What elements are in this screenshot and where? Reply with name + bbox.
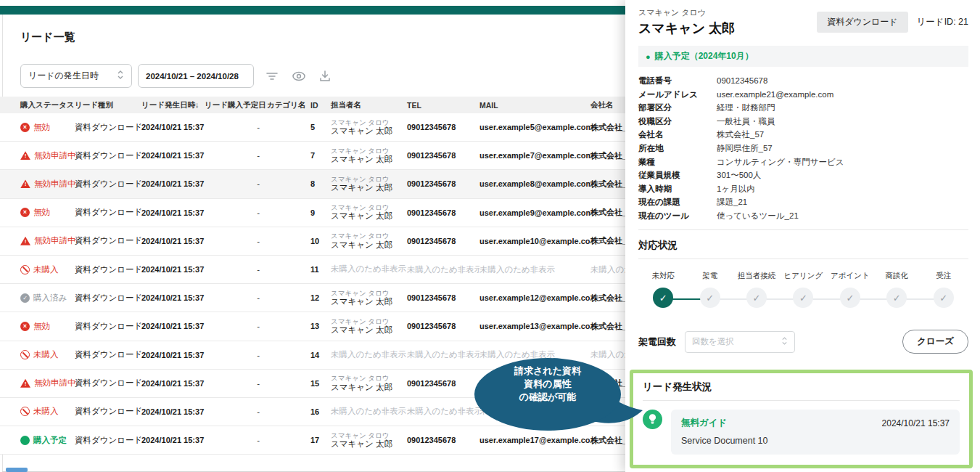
status-icon: [20, 151, 30, 160]
person-kana: スマキャン タロウ: [331, 175, 407, 183]
table-row[interactable]: 無効申請中 資料ダウンロード 2024/10/21 15:37 - 15 スマキ…: [0, 370, 625, 398]
origin-document-name: Service Document 10: [681, 436, 950, 446]
status-label: 未購入: [33, 264, 59, 275]
download-icon[interactable]: [319, 70, 331, 82]
person-name: スマキャン 太郎: [331, 240, 407, 251]
table-row[interactable]: 未購入 資料ダウンロード 2024/10/21 15:37 - 16 未購入のた…: [0, 398, 625, 426]
col-header-mail: MAIL: [479, 101, 590, 110]
cell-purchase-status: 無効: [20, 122, 75, 133]
detail-field-row: 会社名 株式会社_57: [638, 130, 968, 139]
cell-company: 株式会社_: [590, 378, 625, 388]
person-kana: スマキャン タロウ: [331, 232, 407, 240]
field-value: 使っているツール_21: [717, 211, 799, 221]
table-row[interactable]: 無効 資料ダウンロード 2024/10/21 15:37 - 5 スマキャン タ…: [0, 113, 625, 142]
person-name: 未購入のため非表示: [331, 407, 407, 417]
table-row[interactable]: 購入済み 資料ダウンロード 2024/10/21 15:37 - 12 スマキャ…: [0, 284, 625, 312]
check-icon[interactable]: [840, 288, 860, 308]
origin-guide-link[interactable]: 無料ガイド: [681, 417, 727, 429]
date-range-input[interactable]: 2024/10/21 – 2024/10/28: [138, 64, 254, 88]
horizontal-scrollbar-thumb[interactable]: [6, 468, 28, 472]
lightbulb-icon: [643, 410, 662, 432]
call-count-select[interactable]: 回数を選択: [685, 331, 795, 353]
table-row[interactable]: 無効 資料ダウンロード 2024/10/21 15:37 - 9 スマキャン タ…: [0, 199, 625, 227]
cell-purchase-status: 購入済み: [20, 293, 75, 304]
field-value: user.example21@example.com: [717, 90, 833, 99]
col-header-planned-date: リード購入予定日: [205, 100, 267, 110]
cell-created-datetime: 2024/10/21 15:37: [141, 293, 205, 302]
cell-mail: user.example5@example.com: [479, 123, 590, 131]
person-kana: スマキャン タロウ: [331, 203, 407, 211]
col-header-created-sorted[interactable]: リード発生日時↓: [141, 100, 205, 110]
lead-origin-title: リード発生状況: [643, 381, 960, 401]
cell-person: スマキャン タロウ スマキャン 太郎: [331, 232, 407, 250]
table-row[interactable]: 未購入 資料ダウンロード 2024/10/21 15:37 - 14 未購入のた…: [0, 341, 625, 370]
lead-id-label: リードID: 21: [917, 16, 968, 28]
col-header-company: 会社名: [590, 100, 625, 110]
detail-field-row: 電話番号 09012345678: [638, 76, 968, 86]
status-label: 無効申請中: [34, 179, 76, 190]
cell-tel: 09012345678: [407, 379, 479, 388]
status-icon: [20, 407, 30, 416]
cell-planned-date: -: [205, 407, 267, 416]
filter-icon[interactable]: [265, 70, 279, 82]
status-label: 購入済み: [33, 293, 67, 304]
field-label: 従業員規模: [638, 171, 717, 180]
status-icon: [20, 293, 30, 303]
status-label: 購入予定: [33, 435, 67, 446]
status-label: 無効申請中: [34, 235, 76, 246]
document-download-button[interactable]: 資料ダウンロード: [817, 12, 907, 33]
response-status-title: 対応状況: [638, 239, 968, 259]
table-row[interactable]: 未購入 資料ダウンロード 2024/10/21 15:37 - 11 未購入のた…: [0, 256, 625, 284]
stepper-step: 未対応: [640, 271, 686, 308]
stepper-step: 商談化: [873, 271, 920, 308]
table-row[interactable]: 無効 資料ダウンロード 2024/10/21 15:37 - 13 スマキャン …: [0, 312, 625, 341]
check-icon[interactable]: [746, 288, 767, 308]
check-icon[interactable]: [793, 288, 813, 308]
field-value: 経理・財務部門: [717, 103, 775, 113]
cell-mail: user.example15@example.com: [479, 379, 590, 388]
eye-icon[interactable]: [292, 70, 306, 82]
check-icon[interactable]: [700, 288, 720, 308]
cell-id: 17: [310, 436, 331, 444]
table-row[interactable]: 無効申請中 資料ダウンロード 2024/10/21 15:37 - 8 スマキャ…: [0, 170, 625, 198]
cell-tel: 09012345678: [407, 208, 479, 217]
cell-planned-date: -: [205, 179, 267, 188]
close-lead-button[interactable]: クローズ: [902, 330, 968, 354]
sort-key-select[interactable]: リードの発生日時: [20, 64, 132, 88]
check-icon[interactable]: [653, 288, 673, 308]
cell-created-datetime: 2024/10/21 15:37: [141, 151, 205, 160]
cell-planned-date: -: [205, 322, 267, 330]
person-kana: スマキャン タロウ: [331, 317, 407, 325]
table-row[interactable]: 無効申請中 資料ダウンロード 2024/10/21 15:37 - 10 スマキ…: [0, 227, 625, 256]
field-label: 電話番号: [638, 76, 717, 86]
status-icon: [20, 379, 30, 388]
cell-lead-type: 資料ダウンロード: [75, 207, 141, 218]
app-top-bar: [0, 6, 635, 15]
cell-company: 株式会社_: [590, 207, 625, 218]
cell-lead-type: 資料ダウンロード: [75, 406, 141, 417]
lead-table: 購入ステータス リード種別 リード発生日時↓ リード購入予定日 カテゴリ名 ID…: [0, 97, 625, 455]
col-header-lead-type: リード種別: [75, 100, 141, 110]
cell-tel: 09012345678: [407, 322, 479, 330]
person-name: スマキャン 太郎: [331, 297, 407, 307]
cell-lead-type: 資料ダウンロード: [75, 293, 141, 304]
person-name: 未購入のため非表示: [331, 350, 407, 360]
col-header-person: 担当者名: [331, 100, 407, 110]
cell-tel: 09012345678: [407, 123, 479, 131]
status-label: 無効申請中: [34, 378, 76, 388]
person-kana: スマキャン タロウ: [331, 118, 407, 126]
cell-company: 未購入のため非表示: [590, 264, 625, 275]
cell-mail: user.example12@example.com: [479, 293, 590, 302]
table-row[interactable]: 購入予定 資料ダウンロード 2024/10/21 15:37 - 17 スマキャ…: [0, 426, 625, 455]
check-icon[interactable]: [934, 288, 954, 308]
status-dot-icon: ●: [646, 52, 651, 61]
cell-person: スマキャン タロウ スマキャン 太郎: [331, 374, 407, 392]
person-name: スマキャン 太郎: [331, 383, 407, 393]
cell-planned-date: -: [205, 265, 267, 274]
table-row[interactable]: 無効申請中 資料ダウンロード 2024/10/21 15:37 - 7 スマキャ…: [0, 142, 625, 170]
detail-fields: 電話番号 09012345678 メールアドレス user.example21@…: [638, 76, 968, 221]
date-range-value: 2024/10/21 – 2024/10/28: [146, 72, 239, 81]
cell-id: 8: [310, 179, 331, 188]
check-icon[interactable]: [886, 288, 907, 308]
cell-tel: 09012345678: [407, 237, 479, 245]
